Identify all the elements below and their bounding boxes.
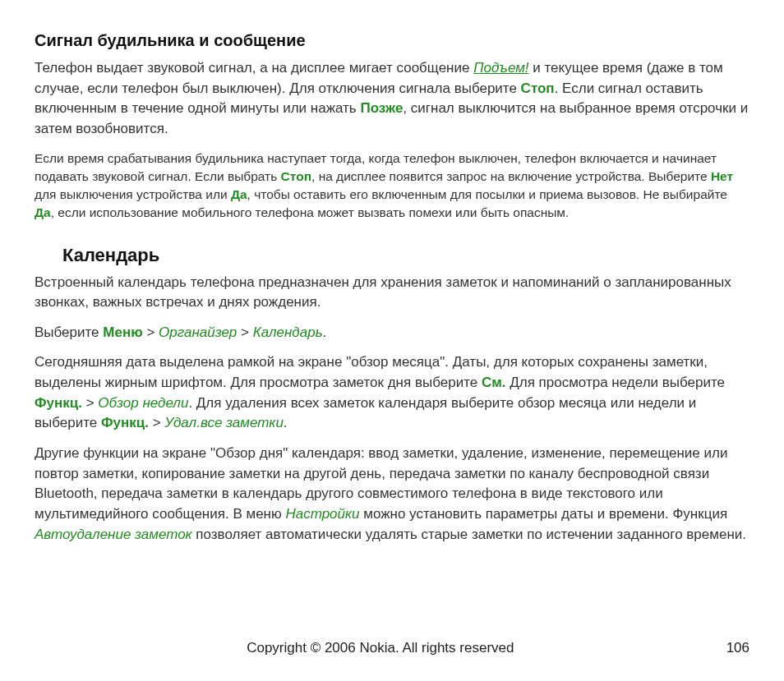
ui-label-menu: Меню	[103, 324, 142, 340]
calendar-para-4: Другие функции на экране "Обзор дня" кал…	[35, 444, 749, 545]
alarm-para-1: Телефон выдает звуковой сигнал, а на дис…	[35, 58, 749, 140]
alarm-para-2: Если время срабатывания будильника насту…	[35, 150, 749, 222]
text: Для просмотра недели выберите	[505, 375, 725, 390]
ui-label-organizer: Органайзер	[159, 324, 237, 340]
ui-label-autoudalenie: Автоудаление заметок	[35, 527, 192, 542]
page-number: 106	[726, 640, 749, 656]
text: , если использование мобильного телефона…	[51, 205, 570, 219]
ui-label-udal-zametki: Удал.все заметки	[164, 415, 284, 430]
ui-label-obzor-nedeli: Обзор недели	[98, 395, 188, 411]
text: .	[323, 324, 327, 340]
text: , чтобы оставить его включенным для посы…	[247, 187, 727, 201]
text: позволяет автоматически удалять старые з…	[192, 527, 746, 542]
ui-label-nastroiki: Настройки	[285, 506, 359, 522]
ui-label-podyem: Подъем!	[473, 60, 528, 76]
ui-label-stop: Стоп	[281, 169, 311, 183]
ui-label-calendar: Календарь	[253, 324, 323, 340]
ui-label-da: Да	[231, 187, 247, 201]
text: можно установить параметры даты и времен…	[360, 506, 728, 522]
ui-label-funkts: Функц.	[35, 395, 82, 411]
ui-label-sm: См.	[482, 375, 506, 390]
calendar-heading: Календарь	[62, 245, 749, 266]
text: .	[284, 415, 288, 430]
page-footer: Copyright © 2006 Nokia. All rights reser…	[0, 640, 784, 656]
ui-label-pozhe: Позже	[360, 100, 403, 116]
calendar-para-1: Встроенный календарь телефона предназнач…	[35, 273, 749, 313]
text: Выберите	[35, 324, 103, 340]
ui-label-da: Да	[35, 205, 51, 219]
text: Телефон выдает звуковой сигнал, а на дис…	[35, 60, 473, 76]
calendar-para-3: Сегодняшняя дата выделена рамкой на экра…	[35, 352, 749, 434]
text: для выключения устройства или	[35, 187, 231, 201]
alarm-heading: Сигнал будильника и сообщение	[35, 31, 749, 50]
ui-label-net: Нет	[711, 169, 733, 183]
ui-label-funkts: Функц.	[101, 415, 149, 430]
separator: >	[82, 395, 98, 411]
separator: >	[149, 415, 164, 430]
calendar-para-2: Выберите Меню > Органайзер > Календарь.	[35, 323, 749, 343]
ui-label-stop: Стоп	[521, 81, 555, 96]
copyright-text: Copyright © 2006 Nokia. All rights reser…	[35, 640, 726, 656]
separator: >	[143, 324, 159, 340]
separator: >	[237, 324, 252, 340]
text: , на дисплее появится запрос на включени…	[311, 169, 711, 183]
